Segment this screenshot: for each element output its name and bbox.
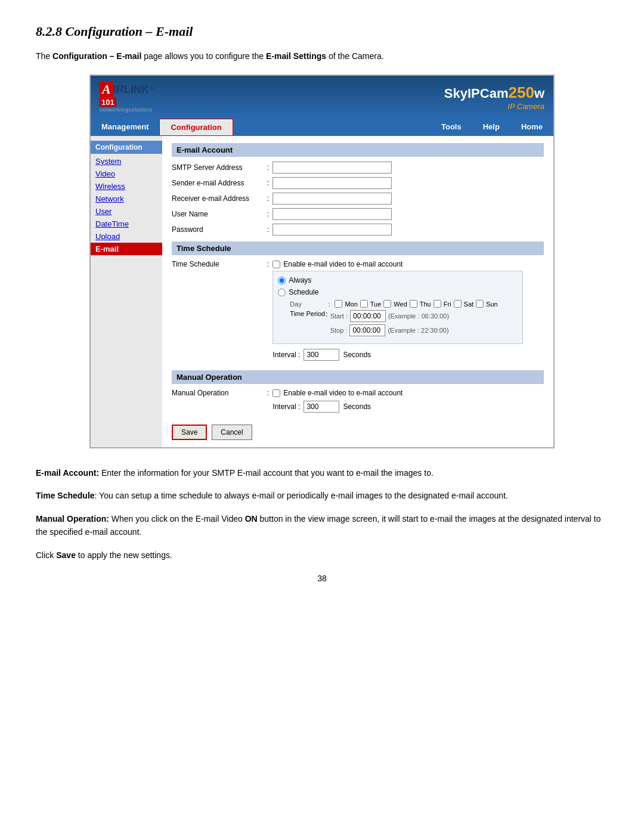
day-tue-checkbox[interactable] xyxy=(360,300,368,308)
nav-home[interactable]: Home xyxy=(510,119,553,136)
cancel-button[interactable]: Cancel xyxy=(212,425,252,440)
brand-area: SkyIPCam250w IP Camera xyxy=(444,83,544,111)
sidebar-item-wireless[interactable]: Wireless xyxy=(91,180,162,193)
day-label: Day xyxy=(290,301,326,308)
manual-operation-options: Enable e-mail video to e-mail account In… xyxy=(273,389,402,417)
nav-management[interactable]: Management xyxy=(91,119,159,136)
desc-save: Click Save to apply the new settings. xyxy=(36,549,608,562)
nav-configuration[interactable]: Configuration xyxy=(159,119,233,136)
manual-enable-checkbox[interactable] xyxy=(273,389,280,397)
enable-email-checkbox[interactable] xyxy=(273,261,280,268)
smtp-server-input[interactable] xyxy=(273,162,392,174)
time-period-label: Time Period xyxy=(290,310,326,317)
password-input[interactable] xyxy=(273,224,392,236)
sidebar-item-upload[interactable]: Upload xyxy=(91,230,162,243)
start-time-input[interactable] xyxy=(350,310,386,322)
time-interval-input[interactable] xyxy=(304,349,339,361)
time-schedule-header: Time Schedule xyxy=(172,241,544,255)
manual-enable-checkbox-row: Enable e-mail video to e-mail account xyxy=(273,389,402,397)
always-radio[interactable] xyxy=(278,277,286,284)
sender-email-input[interactable] xyxy=(273,177,392,189)
logo-tm: ™ xyxy=(149,86,154,92)
time-period-inputs: Start : (Example : 06:30:00) Stop : (Exa… xyxy=(330,310,449,339)
day-fri-checkbox[interactable] xyxy=(434,300,441,308)
stop-label: Stop : xyxy=(330,327,348,334)
schedule-options-box: Always Schedule Day : Mon xyxy=(273,271,523,344)
email-account-header: E-mail Account xyxy=(172,143,544,157)
enable-email-label: Enable e-mail video to e-mail account xyxy=(283,260,402,268)
username-label: User Name xyxy=(172,210,267,218)
time-interval-row: Interval : Seconds xyxy=(273,349,523,361)
nav-tools[interactable]: Tools xyxy=(431,119,472,136)
manual-interval-label: Interval : xyxy=(273,402,300,411)
time-schedule-label: Time Schedule xyxy=(172,260,267,268)
desc-email-account: E-mail Account: Enter the information fo… xyxy=(36,466,608,479)
sidebar-section-header: Configuration xyxy=(91,141,162,154)
password-label: Password xyxy=(172,225,267,234)
button-row: Save Cancel xyxy=(172,425,544,440)
day-row: Day : Mon Tue Wed Thu Fri Sat Sun xyxy=(290,300,518,308)
always-radio-row: Always xyxy=(278,276,518,284)
day-mon-checkbox[interactable] xyxy=(335,300,342,308)
manual-interval-row: Interval : Seconds xyxy=(273,401,402,413)
camera-nav: Management Configuration Tools Help Home xyxy=(91,119,553,136)
camera-header: A IRLINK ™ 101 networkingsolutions SkyIP… xyxy=(91,76,553,119)
password-row: Password : xyxy=(172,224,544,236)
sidebar-item-video[interactable]: Video xyxy=(91,168,162,180)
brand-name: SkyIPCam250w xyxy=(444,83,544,102)
nav-help[interactable]: Help xyxy=(472,119,510,136)
smtp-server-label: SMTP Server Address xyxy=(172,163,267,172)
receiver-email-input[interactable] xyxy=(273,193,392,205)
receiver-email-label: Receiver e-mail Address xyxy=(172,194,267,203)
camera-ui-container: A IRLINK ™ 101 networkingsolutions SkyIP… xyxy=(89,75,555,448)
desc-time-schedule: Time Schedule: You can setup a time sche… xyxy=(36,489,608,502)
intro-paragraph: The Configuration – E-mail page allows y… xyxy=(36,50,608,63)
airlink-logo: A IRLINK ™ 101 networkingsolutions xyxy=(100,82,154,113)
sender-email-row: Sender e-mail Address : xyxy=(172,177,544,189)
page-title: 8.2.8 Configuration – E-mail xyxy=(36,24,608,39)
day-sat-checkbox[interactable] xyxy=(454,300,462,308)
manual-enable-label: Enable e-mail video to e-mail account xyxy=(283,389,402,397)
time-period-container: Time Period : Start : (Example : 06:30:0… xyxy=(290,310,518,339)
smtp-server-row: SMTP Server Address : xyxy=(172,162,544,174)
page-number: 38 xyxy=(36,574,608,583)
brand-sub: IP Camera xyxy=(444,102,544,111)
sidebar-item-user[interactable]: User xyxy=(91,205,162,218)
time-interval-label: Interval : xyxy=(273,351,300,359)
manual-operation-row: Manual Operation : Enable e-mail video t… xyxy=(172,389,544,417)
logo-101: 101 xyxy=(100,98,116,107)
time-schedule-row: Time Schedule : Enable e-mail video to e… xyxy=(172,260,544,366)
day-sun-checkbox[interactable] xyxy=(476,300,484,308)
schedule-radio-row: Schedule xyxy=(278,288,518,296)
sidebar-item-datetime[interactable]: DateTime xyxy=(91,218,162,230)
logo-irlink-text: IRLINK xyxy=(113,83,149,96)
logo-a-letter: A xyxy=(100,82,113,97)
enable-email-checkbox-row: Enable e-mail video to e-mail account xyxy=(273,260,523,268)
start-label: Start : xyxy=(330,312,348,320)
camera-main-content: E-mail Account SMTP Server Address : Sen… xyxy=(162,136,553,447)
camera-body: Configuration System Video Wireless Netw… xyxy=(91,136,553,447)
desc-manual-operation: Manual Operation: When you click on the … xyxy=(36,512,608,539)
sidebar-item-network[interactable]: Network xyxy=(91,193,162,205)
sidebar: Configuration System Video Wireless Netw… xyxy=(91,136,162,447)
schedule-label: Schedule xyxy=(289,288,318,296)
logo-networking: networkingsolutions xyxy=(100,107,153,113)
always-label: Always xyxy=(289,276,311,284)
stop-time-input[interactable] xyxy=(349,324,385,336)
username-input[interactable] xyxy=(273,208,392,220)
sidebar-item-email[interactable]: E-mail xyxy=(91,243,162,255)
manual-interval-input[interactable] xyxy=(304,401,339,413)
time-seconds-label: Seconds xyxy=(343,351,371,359)
day-thu-checkbox[interactable] xyxy=(410,300,417,308)
day-checkboxes: Mon Tue Wed Thu Fri Sat Sun xyxy=(335,300,497,308)
schedule-detail: Day : Mon Tue Wed Thu Fri Sat Sun xyxy=(290,300,518,339)
schedule-radio[interactable] xyxy=(278,289,286,296)
receiver-email-row: Receiver e-mail Address : xyxy=(172,193,544,205)
save-button[interactable]: Save xyxy=(172,425,207,440)
manual-seconds-label: Seconds xyxy=(343,402,371,411)
manual-operation-label: Manual Operation xyxy=(172,389,267,397)
username-row: User Name : xyxy=(172,208,544,220)
day-wed-checkbox[interactable] xyxy=(383,300,391,308)
sidebar-item-system[interactable]: System xyxy=(91,155,162,168)
stop-example: (Example : 22:30:00) xyxy=(388,327,448,334)
